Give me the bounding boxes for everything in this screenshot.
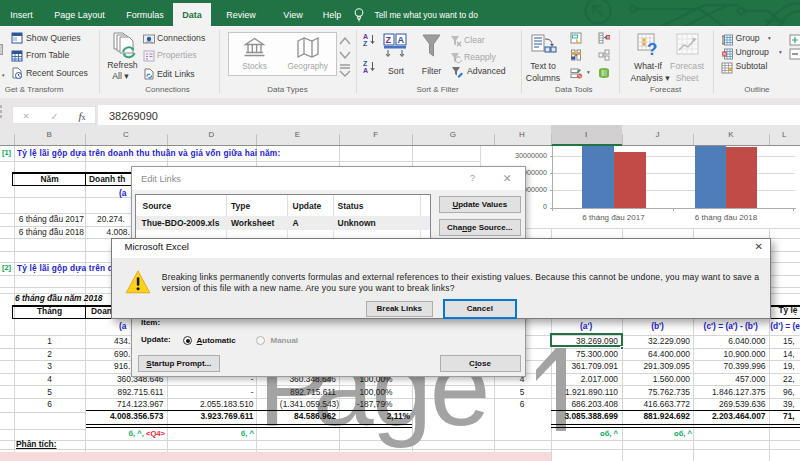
svg-text:A: A	[363, 33, 368, 40]
svg-text:Z: Z	[386, 35, 392, 45]
svg-text:Z: Z	[363, 40, 368, 46]
svg-text:A: A	[398, 35, 405, 45]
svg-text:?: ?	[647, 40, 657, 59]
